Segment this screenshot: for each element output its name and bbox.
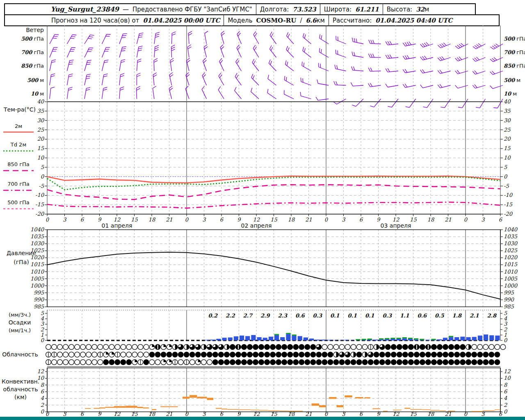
chart-el: 500 (21, 36, 33, 42)
wind-barb (204, 31, 210, 44)
cloud-symbol (242, 352, 247, 357)
cloud-symbol (265, 345, 270, 350)
precip-bar (327, 340, 331, 340)
cloud-symbol (374, 360, 379, 365)
cloud-symbol (86, 345, 91, 350)
temp-xtick: 21 (166, 217, 173, 223)
wind-barb (369, 40, 381, 44)
convective-bar (431, 410, 439, 411)
pressure-ytick-left: 1030 (30, 240, 45, 247)
convective-bar (439, 411, 446, 411)
wind-barb-feather (137, 75, 141, 77)
cloud-symbol (75, 352, 80, 357)
wind-barb-feather (490, 85, 493, 89)
temp-ytick-left: 35 (37, 108, 44, 114)
wind-barb-feather (390, 55, 392, 58)
cloud-symbol (132, 360, 137, 365)
wind-barb (221, 31, 228, 44)
cloud-symbol (397, 360, 402, 365)
wind-barb-feather (459, 56, 462, 60)
cloud-symbol (362, 345, 368, 350)
wind-barb-feather (233, 87, 237, 91)
convective-bar (422, 409, 431, 410)
cloud-symbol (362, 360, 368, 365)
temp-ytick-right: 5 (504, 164, 507, 170)
wind-barb-feather (334, 81, 336, 85)
wind-barb-shaft (119, 88, 120, 99)
wind-barb-shaft (169, 75, 171, 85)
precip-bar (414, 339, 418, 340)
wind-barb (268, 59, 279, 71)
cloud-symbol (126, 360, 132, 365)
precip-bar (240, 336, 244, 340)
wind-barb (476, 97, 486, 109)
wind-barb-shaft (251, 78, 259, 85)
convective-bar (365, 397, 370, 398)
wind-barb-feather (388, 55, 390, 58)
wind-barb-shaft (336, 85, 346, 85)
cloud-symbol (57, 345, 63, 350)
wind-barb-shaft (458, 85, 468, 88)
cloud-symbol (282, 352, 287, 357)
temp-ytick-left: 5 (41, 164, 44, 170)
altitude-unit: м (425, 6, 429, 13)
wind-barb (316, 80, 329, 85)
temp-ytick-left: 25 (37, 127, 44, 133)
wind-barb-shaft (267, 93, 276, 99)
wind-barb-shaft (102, 48, 106, 57)
cloud-symbol-quarter (169, 345, 172, 347)
cloud-symbol (57, 352, 63, 357)
model-resolution: 6.6 (306, 17, 316, 24)
chart-el: 850 (21, 63, 33, 69)
wind-barb-feather (89, 35, 93, 39)
wind-barb-feather (492, 45, 495, 49)
wind-barb-shaft (336, 69, 346, 71)
convective-bar (94, 408, 99, 409)
wind-barb-feather (403, 84, 405, 88)
wind-barb-shaft (498, 99, 503, 108)
legend-label-0: 2м (15, 123, 22, 129)
cloud-symbol (69, 360, 74, 365)
pressure-ytick-right: 985 (504, 304, 514, 310)
convective-xtick: 6 (359, 411, 363, 417)
wind-barb-feather (185, 86, 189, 89)
cloud-symbol (437, 352, 443, 357)
wind-barb-shaft (205, 33, 207, 44)
cloud-symbol (178, 352, 183, 357)
wind-barb-feather (283, 76, 286, 80)
convective-ytick-left: 6 (41, 388, 45, 395)
wind-barb (50, 59, 56, 72)
cloud-symbol-threequarter (178, 345, 183, 350)
wind-barb-feather (70, 59, 74, 62)
cloud-symbol (207, 352, 212, 357)
wind-barb-feather (121, 61, 125, 63)
wind-barb (284, 60, 296, 71)
convective-xtick: 15 (131, 411, 138, 417)
wind-barb-shaft (269, 63, 276, 71)
convective-bar (137, 407, 143, 408)
wind-barb (102, 59, 109, 72)
wind-barb-shaft (218, 90, 224, 99)
cloud-symbol (270, 360, 276, 365)
wind-barb-feather (201, 86, 205, 89)
wind-barb (403, 67, 415, 73)
cloud-symbol (420, 352, 425, 357)
temp-xtick: 21 (305, 217, 312, 223)
cloud-symbol (98, 360, 103, 365)
cloud-symbol (86, 352, 91, 357)
cloud-symbol-threequarter (207, 345, 212, 350)
cloud-symbol (63, 352, 68, 357)
wind-barb-shaft (137, 47, 139, 57)
wind-barb-feather (386, 41, 388, 45)
wind-barb (102, 73, 108, 86)
cloud-symbol-half (175, 345, 178, 350)
cloud-symbol (472, 345, 477, 350)
wind-barb (438, 67, 450, 74)
wind-barb-feather (235, 75, 240, 78)
wind-barb-feather (172, 34, 176, 35)
wind-barb-feather (369, 40, 370, 43)
cloud-symbol (351, 345, 356, 350)
temp-xtick: 18 (288, 217, 295, 223)
wind-barb-feather (250, 88, 253, 91)
convective-xtick: 9 (237, 411, 241, 417)
